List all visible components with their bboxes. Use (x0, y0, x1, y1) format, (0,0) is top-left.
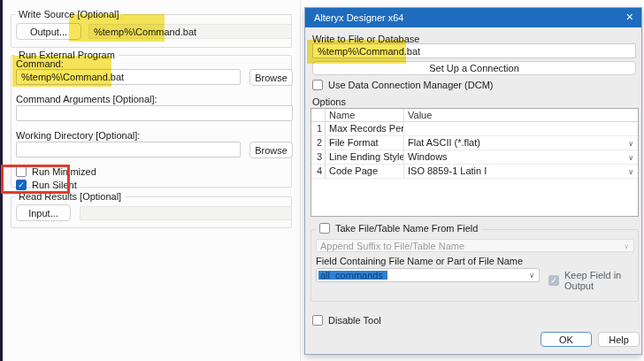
dcm-row: Use Data Connection Manager (DCM) (312, 80, 493, 90)
run-minimized-row: Run Minimized (16, 166, 96, 177)
output-button[interactable]: Output... (16, 23, 81, 40)
selected-field-value: all_commands (318, 271, 387, 280)
option-value-dropdown[interactable]: Flat ASCII (*.flat)∨ (404, 136, 638, 150)
help-button[interactable]: Help (598, 332, 640, 347)
write-source-group-label: Write Source [Optional] (15, 9, 123, 19)
command-input[interactable]: %temp%\Command.bat (16, 69, 241, 85)
row-number: 4 (311, 165, 326, 178)
run-silent-label: Run Silent (32, 180, 77, 190)
keep-field-row: ✓ Keep Field in Output (548, 270, 641, 291)
column-header-value: Value (404, 109, 638, 121)
option-value[interactable] (404, 122, 638, 135)
field-name-dropdown[interactable]: all_commands ∨ (316, 268, 540, 282)
check-icon: ✓ (17, 180, 26, 189)
row-number: 2 (311, 136, 326, 150)
table-row: 1 Max Records Per F... (311, 122, 638, 136)
keep-field-label: Keep Field in Output (564, 270, 641, 291)
disable-tool-row: Disable Tool (312, 315, 381, 326)
take-name-row: Take File/Table Name From Field (316, 223, 481, 234)
dialog-title: Alteryx Designer x64 (314, 8, 404, 27)
run-silent-row: ✓ Run Silent (16, 180, 77, 190)
input-button[interactable]: Input... (16, 204, 71, 221)
options-label: Options (312, 96, 346, 107)
table-row: 2 File Format Flat ASCII (*.flat)∨ (311, 136, 638, 150)
output-path-field[interactable]: %temp%\Command.bat (312, 43, 636, 58)
option-name: Code Page (326, 165, 404, 178)
option-value-dropdown[interactable]: Windows∨ (404, 150, 638, 164)
chevron-down-icon[interactable]: ∨ (628, 165, 633, 178)
chevron-down-icon[interactable]: ∨ (628, 151, 633, 164)
command-arguments-label: Command Arguments [Optional]: (16, 94, 157, 104)
take-name-checkbox[interactable] (319, 223, 330, 234)
working-directory-input[interactable] (16, 142, 241, 157)
alteryx-dialog: Alteryx Designer x64 × Write to File or … (304, 7, 642, 355)
keep-field-checkbox[interactable]: ✓ (548, 275, 559, 286)
dialog-titlebar[interactable]: Alteryx Designer x64 × (305, 8, 641, 27)
option-name: File Format (326, 136, 404, 150)
check-icon: ✓ (549, 276, 558, 285)
working-directory-label: Working Directory [Optional]: (16, 130, 140, 141)
command-browse-button[interactable]: Browse (249, 69, 293, 86)
option-name: Max Records Per F... (326, 122, 404, 135)
run-minimized-checkbox[interactable] (16, 166, 27, 177)
read-results-group-label: Read Results [Optional] (15, 191, 125, 202)
screenshot-root: Write Source [Optional] Output... %temp%… (0, 0, 644, 361)
column-header-name: Name (326, 109, 404, 121)
disable-tool-checkbox[interactable] (312, 315, 323, 326)
close-icon[interactable]: × (626, 8, 633, 27)
disable-tool-label: Disable Tool (328, 315, 381, 326)
field-containing-label: Field Containing File Name or Part of Fi… (316, 256, 523, 266)
options-table-header: Name Value (311, 109, 638, 122)
append-suffix-dropdown[interactable]: Append Suffix to File/Table Name ∨ (316, 239, 634, 252)
read-results-field[interactable] (80, 206, 292, 220)
table-empty-area (311, 179, 638, 216)
option-name: Line Ending Style (326, 150, 404, 164)
dcm-label: Use Data Connection Manager (DCM) (328, 80, 493, 90)
take-name-label: Take File/Table Name From Field (335, 223, 478, 234)
options-table: Name Value 1 Max Records Per F... 2 File… (310, 108, 639, 217)
row-number: 3 (311, 150, 326, 164)
row-number: 1 (311, 122, 326, 135)
chevron-down-icon[interactable]: ∨ (628, 137, 633, 150)
dcm-checkbox[interactable] (312, 80, 323, 90)
run-external-program-group-label: Run External Program (15, 50, 119, 60)
chevron-down-icon[interactable]: ∨ (529, 270, 534, 281)
ok-button[interactable]: OK (540, 332, 592, 347)
chevron-down-icon: ∨ (624, 241, 629, 252)
command-arguments-input[interactable] (16, 105, 293, 121)
write-source-path-field[interactable]: %temp%\Command.bat (88, 24, 292, 39)
working-directory-browse-button[interactable]: Browse (249, 142, 293, 158)
run-silent-checkbox[interactable]: ✓ (16, 180, 27, 190)
table-row: 4 Code Page ISO 8859-1 Latin I∨ (311, 165, 638, 179)
option-value-dropdown[interactable]: ISO 8859-1 Latin I∨ (404, 165, 638, 178)
table-row: 3 Line Ending Style Windows∨ (311, 150, 638, 165)
setup-connection-button[interactable]: Set Up a Connection (312, 61, 636, 75)
run-minimized-label: Run Minimized (32, 166, 96, 177)
